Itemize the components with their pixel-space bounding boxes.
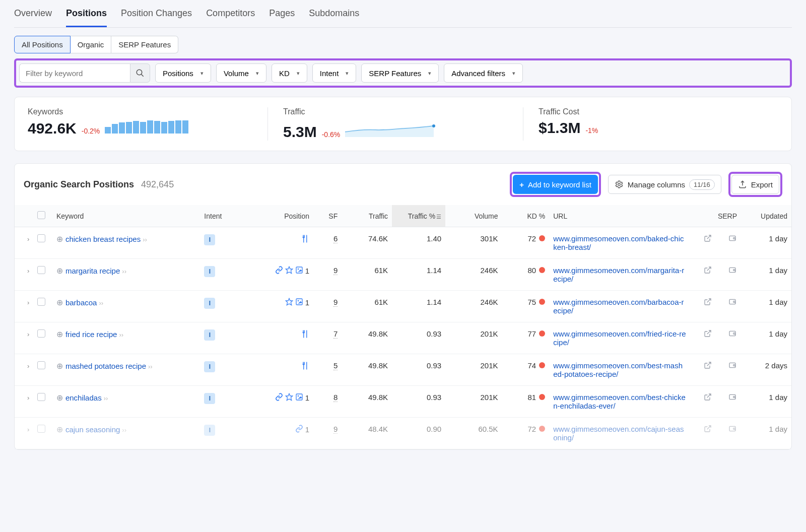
metric-traffic: Traffic 5.3M -0.6% <box>267 107 523 141</box>
serp-snapshot-icon[interactable] <box>728 362 737 371</box>
col-url[interactable]: URL <box>549 205 691 227</box>
image-icon <box>295 266 303 276</box>
row-checkbox[interactable] <box>37 234 45 242</box>
expand-row-chevron[interactable]: › <box>27 299 29 306</box>
expand-row-chevron[interactable]: › <box>27 235 29 243</box>
serp-snapshot-icon[interactable] <box>728 235 737 244</box>
col-volume[interactable]: Volume <box>445 205 502 227</box>
link-icon <box>275 393 283 403</box>
add-keyword-icon[interactable]: ⊕ <box>56 298 63 307</box>
add-to-keyword-list-button[interactable]: + Add to keyword list <box>513 175 598 194</box>
col-updated[interactable]: Updated <box>741 205 791 227</box>
serp-snapshot-icon[interactable] <box>728 394 737 403</box>
open-url-icon[interactable] <box>704 426 712 434</box>
metric-change: -0.2% <box>82 127 100 135</box>
svg-line-25 <box>735 334 735 335</box>
row-checkbox[interactable] <box>37 298 45 306</box>
row-checkbox[interactable] <box>37 329 45 338</box>
svg-rect-31 <box>296 394 302 400</box>
add-keyword-icon[interactable]: ⊕ <box>56 362 63 370</box>
main-tab-positions[interactable]: Positions <box>66 8 107 27</box>
col-sf[interactable]: SF <box>313 205 342 227</box>
serp-snapshot-icon[interactable] <box>728 267 737 276</box>
expand-row-chevron[interactable]: › <box>27 394 29 402</box>
col-traffic-pct[interactable]: Traffic %☰ <box>392 205 445 227</box>
serp-snapshot-icon[interactable] <box>728 299 737 307</box>
serp-snapshot-icon[interactable] <box>728 330 737 339</box>
main-tab-competitors[interactable]: Competitors <box>206 8 255 27</box>
keyword-link[interactable]: enchiladas <box>65 393 102 402</box>
filter-volume-dropdown[interactable]: Volume▾ <box>216 63 266 83</box>
url-link[interactable]: www.gimmesomeoven.com/cajun-seasoning/ <box>553 425 684 442</box>
sf-value: 9 <box>333 298 338 307</box>
column-count-pill: 11/16 <box>689 179 715 190</box>
open-url-icon[interactable] <box>704 362 712 371</box>
export-button[interactable]: Export <box>731 175 779 194</box>
filter-search-button[interactable] <box>130 63 150 83</box>
url-link[interactable]: www.gimmesomeoven.com/margarita-recipe/ <box>553 266 684 283</box>
open-url-icon[interactable] <box>704 394 712 403</box>
keyword-link[interactable]: barbacoa <box>65 298 97 307</box>
open-url-icon[interactable] <box>704 330 712 339</box>
svg-point-20 <box>733 301 735 302</box>
svg-point-6 <box>733 237 735 239</box>
filter-positions-dropdown[interactable]: Positions▾ <box>155 63 211 83</box>
row-checkbox[interactable] <box>37 266 45 274</box>
filter-keyword-input[interactable] <box>19 63 130 83</box>
svg-rect-38 <box>729 426 735 431</box>
sub-tab-organic[interactable]: Organic <box>71 36 112 53</box>
main-tab-pages[interactable]: Pages <box>269 8 295 27</box>
add-keyword-icon[interactable]: ⊕ <box>56 330 63 339</box>
col-position[interactable]: Position <box>244 205 313 227</box>
add-keyword-icon[interactable]: ⊕ <box>56 393 63 402</box>
url-link[interactable]: www.gimmesomeoven.com/barbacoa-recipe/ <box>553 298 684 315</box>
open-url-icon[interactable] <box>704 267 712 276</box>
sub-tab-all-positions[interactable]: All Positions <box>14 36 71 53</box>
kd-value: 74 <box>528 361 536 370</box>
row-checkbox[interactable] <box>37 361 45 369</box>
keyword-link[interactable]: mashed potatoes recipe <box>65 362 146 370</box>
svg-line-18 <box>707 299 711 302</box>
select-all-checkbox[interactable] <box>37 211 45 219</box>
url-link[interactable]: www.gimmesomeoven.com/best-chicken-enchi… <box>553 393 686 410</box>
url-link[interactable]: www.gimmesomeoven.com/baked-chicken-brea… <box>553 234 684 251</box>
url-link[interactable]: www.gimmesomeoven.com/best-mashed-potato… <box>553 361 683 378</box>
double-chevron-icon: ›› <box>99 299 103 307</box>
col-intent[interactable]: Intent <box>200 205 244 227</box>
open-url-icon[interactable] <box>704 299 712 307</box>
col-traffic[interactable]: Traffic <box>342 205 392 227</box>
main-tab-subdomains[interactable]: Subdomains <box>309 8 359 27</box>
expand-row-chevron[interactable]: › <box>27 426 29 433</box>
filter-serp-features-dropdown[interactable]: SERP Features▾ <box>361 63 439 83</box>
expand-row-chevron[interactable]: › <box>27 362 29 370</box>
keyword-link[interactable]: chicken breast recipes <box>65 235 141 243</box>
main-tab-position-changes[interactable]: Position Changes <box>121 8 192 27</box>
manage-columns-button[interactable]: Manage columns 11/16 <box>608 175 721 194</box>
link-icon <box>295 425 303 434</box>
sub-tab-serp-features[interactable]: SERP Features <box>111 36 178 53</box>
traffic-sparkline <box>345 119 436 137</box>
kd-value: 75 <box>528 298 536 306</box>
col-keyword[interactable]: Keyword <box>52 205 200 227</box>
add-keyword-icon[interactable]: ⊕ <box>56 267 63 275</box>
row-checkbox[interactable] <box>37 425 45 433</box>
add-keyword-icon[interactable]: ⊕ <box>56 235 63 243</box>
serp-snapshot-icon[interactable] <box>728 426 737 434</box>
col-serp[interactable]: SERP <box>691 205 741 227</box>
col-kd[interactable]: KD % <box>502 205 550 227</box>
svg-line-37 <box>707 426 711 429</box>
updated-value: 1 day <box>741 322 791 354</box>
expand-row-chevron[interactable]: › <box>27 267 29 275</box>
keyword-link[interactable]: margarita recipe <box>65 267 120 275</box>
keyword-link[interactable]: cajun seasoning <box>65 425 120 434</box>
filter-kd-dropdown[interactable]: KD▾ <box>272 63 307 83</box>
expand-row-chevron[interactable]: › <box>27 330 29 338</box>
filter-intent-dropdown[interactable]: Intent▾ <box>312 63 357 83</box>
row-checkbox[interactable] <box>37 393 45 401</box>
open-url-icon[interactable] <box>704 235 712 244</box>
url-link[interactable]: www.gimmesomeoven.com/fried-rice-recipe/ <box>553 329 686 347</box>
main-tab-overview[interactable]: Overview <box>14 8 52 27</box>
keyword-link[interactable]: fried rice recipe <box>65 330 117 339</box>
add-keyword-icon[interactable]: ⊕ <box>56 425 63 434</box>
filter-advanced-filters-dropdown[interactable]: Advanced filters▾ <box>444 63 523 83</box>
